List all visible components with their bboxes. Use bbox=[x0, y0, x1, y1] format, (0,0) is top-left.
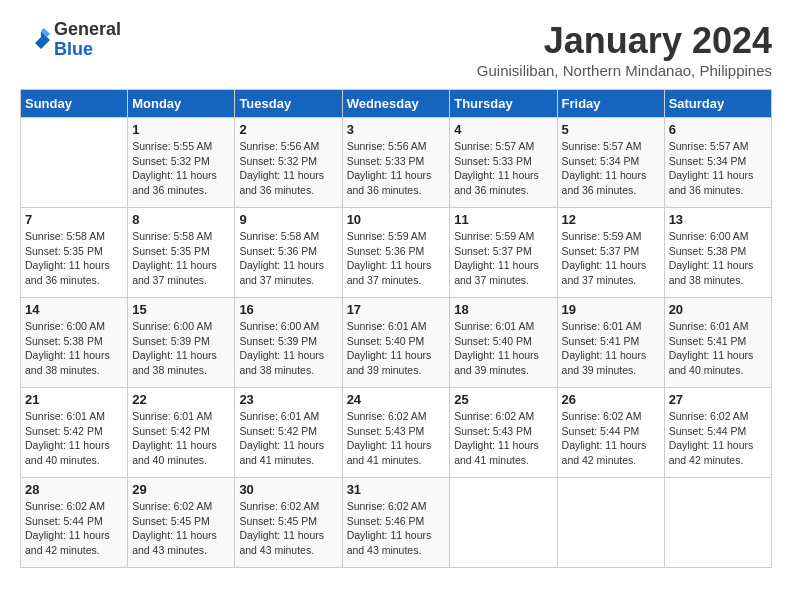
calendar-cell: 18Sunrise: 6:01 AMSunset: 5:40 PMDayligh… bbox=[450, 298, 557, 388]
calendar-cell: 24Sunrise: 6:02 AMSunset: 5:43 PMDayligh… bbox=[342, 388, 450, 478]
month-title: January 2024 bbox=[477, 20, 772, 62]
calendar-cell: 13Sunrise: 6:00 AMSunset: 5:38 PMDayligh… bbox=[664, 208, 771, 298]
day-number: 24 bbox=[347, 392, 446, 407]
day-info: Sunrise: 6:01 AMSunset: 5:40 PMDaylight:… bbox=[454, 319, 552, 378]
day-number: 14 bbox=[25, 302, 123, 317]
day-number: 11 bbox=[454, 212, 552, 227]
day-number: 9 bbox=[239, 212, 337, 227]
day-header-saturday: Saturday bbox=[664, 90, 771, 118]
day-info: Sunrise: 5:56 AMSunset: 5:33 PMDaylight:… bbox=[347, 139, 446, 198]
day-number: 5 bbox=[562, 122, 660, 137]
week-row-5: 28Sunrise: 6:02 AMSunset: 5:44 PMDayligh… bbox=[21, 478, 772, 568]
day-number: 18 bbox=[454, 302, 552, 317]
day-header-wednesday: Wednesday bbox=[342, 90, 450, 118]
calendar-cell: 21Sunrise: 6:01 AMSunset: 5:42 PMDayligh… bbox=[21, 388, 128, 478]
logo-blue-text: Blue bbox=[54, 39, 93, 59]
day-info: Sunrise: 5:59 AMSunset: 5:37 PMDaylight:… bbox=[454, 229, 552, 288]
day-info: Sunrise: 6:02 AMSunset: 5:44 PMDaylight:… bbox=[562, 409, 660, 468]
day-number: 6 bbox=[669, 122, 767, 137]
calendar-cell bbox=[450, 478, 557, 568]
calendar-cell: 30Sunrise: 6:02 AMSunset: 5:45 PMDayligh… bbox=[235, 478, 342, 568]
calendar-cell: 9Sunrise: 5:58 AMSunset: 5:36 PMDaylight… bbox=[235, 208, 342, 298]
calendar-cell: 10Sunrise: 5:59 AMSunset: 5:36 PMDayligh… bbox=[342, 208, 450, 298]
day-info: Sunrise: 6:02 AMSunset: 5:43 PMDaylight:… bbox=[347, 409, 446, 468]
day-header-monday: Monday bbox=[128, 90, 235, 118]
logo-general-text: General bbox=[54, 19, 121, 39]
day-info: Sunrise: 6:01 AMSunset: 5:42 PMDaylight:… bbox=[25, 409, 123, 468]
calendar-cell: 4Sunrise: 5:57 AMSunset: 5:33 PMDaylight… bbox=[450, 118, 557, 208]
day-number: 1 bbox=[132, 122, 230, 137]
day-number: 2 bbox=[239, 122, 337, 137]
day-number: 10 bbox=[347, 212, 446, 227]
day-number: 12 bbox=[562, 212, 660, 227]
day-number: 8 bbox=[132, 212, 230, 227]
day-info: Sunrise: 6:02 AMSunset: 5:45 PMDaylight:… bbox=[239, 499, 337, 558]
calendar-cell bbox=[21, 118, 128, 208]
day-info: Sunrise: 6:02 AMSunset: 5:46 PMDaylight:… bbox=[347, 499, 446, 558]
day-header-friday: Friday bbox=[557, 90, 664, 118]
location: Guinisiliban, Northern Mindanao, Philipp… bbox=[477, 62, 772, 79]
calendar-cell: 22Sunrise: 6:01 AMSunset: 5:42 PMDayligh… bbox=[128, 388, 235, 478]
day-number: 23 bbox=[239, 392, 337, 407]
week-row-3: 14Sunrise: 6:00 AMSunset: 5:38 PMDayligh… bbox=[21, 298, 772, 388]
day-number: 29 bbox=[132, 482, 230, 497]
calendar-cell: 31Sunrise: 6:02 AMSunset: 5:46 PMDayligh… bbox=[342, 478, 450, 568]
day-info: Sunrise: 5:58 AMSunset: 5:35 PMDaylight:… bbox=[25, 229, 123, 288]
calendar-cell: 6Sunrise: 5:57 AMSunset: 5:34 PMDaylight… bbox=[664, 118, 771, 208]
day-info: Sunrise: 6:00 AMSunset: 5:39 PMDaylight:… bbox=[132, 319, 230, 378]
calendar-cell: 23Sunrise: 6:01 AMSunset: 5:42 PMDayligh… bbox=[235, 388, 342, 478]
day-info: Sunrise: 6:00 AMSunset: 5:39 PMDaylight:… bbox=[239, 319, 337, 378]
day-header-sunday: Sunday bbox=[21, 90, 128, 118]
day-info: Sunrise: 6:01 AMSunset: 5:41 PMDaylight:… bbox=[669, 319, 767, 378]
day-number: 30 bbox=[239, 482, 337, 497]
calendar-cell: 27Sunrise: 6:02 AMSunset: 5:44 PMDayligh… bbox=[664, 388, 771, 478]
day-number: 15 bbox=[132, 302, 230, 317]
day-number: 16 bbox=[239, 302, 337, 317]
week-row-1: 1Sunrise: 5:55 AMSunset: 5:32 PMDaylight… bbox=[21, 118, 772, 208]
day-number: 4 bbox=[454, 122, 552, 137]
day-info: Sunrise: 6:01 AMSunset: 5:42 PMDaylight:… bbox=[132, 409, 230, 468]
page-header: General Blue January 2024 Guinisiliban, … bbox=[20, 20, 772, 79]
calendar-cell: 20Sunrise: 6:01 AMSunset: 5:41 PMDayligh… bbox=[664, 298, 771, 388]
day-number: 25 bbox=[454, 392, 552, 407]
logo-icon bbox=[20, 25, 50, 55]
day-number: 13 bbox=[669, 212, 767, 227]
day-info: Sunrise: 5:58 AMSunset: 5:35 PMDaylight:… bbox=[132, 229, 230, 288]
day-info: Sunrise: 5:57 AMSunset: 5:33 PMDaylight:… bbox=[454, 139, 552, 198]
day-number: 27 bbox=[669, 392, 767, 407]
day-info: Sunrise: 6:01 AMSunset: 5:42 PMDaylight:… bbox=[239, 409, 337, 468]
day-info: Sunrise: 6:00 AMSunset: 5:38 PMDaylight:… bbox=[669, 229, 767, 288]
logo: General Blue bbox=[20, 20, 121, 60]
day-info: Sunrise: 5:59 AMSunset: 5:36 PMDaylight:… bbox=[347, 229, 446, 288]
calendar-cell: 3Sunrise: 5:56 AMSunset: 5:33 PMDaylight… bbox=[342, 118, 450, 208]
week-row-2: 7Sunrise: 5:58 AMSunset: 5:35 PMDaylight… bbox=[21, 208, 772, 298]
day-number: 26 bbox=[562, 392, 660, 407]
day-number: 21 bbox=[25, 392, 123, 407]
day-number: 22 bbox=[132, 392, 230, 407]
day-info: Sunrise: 5:55 AMSunset: 5:32 PMDaylight:… bbox=[132, 139, 230, 198]
day-info: Sunrise: 5:58 AMSunset: 5:36 PMDaylight:… bbox=[239, 229, 337, 288]
day-info: Sunrise: 6:02 AMSunset: 5:44 PMDaylight:… bbox=[669, 409, 767, 468]
day-info: Sunrise: 6:02 AMSunset: 5:43 PMDaylight:… bbox=[454, 409, 552, 468]
calendar-cell: 28Sunrise: 6:02 AMSunset: 5:44 PMDayligh… bbox=[21, 478, 128, 568]
calendar-cell: 16Sunrise: 6:00 AMSunset: 5:39 PMDayligh… bbox=[235, 298, 342, 388]
day-info: Sunrise: 5:57 AMSunset: 5:34 PMDaylight:… bbox=[669, 139, 767, 198]
calendar-cell bbox=[664, 478, 771, 568]
day-number: 28 bbox=[25, 482, 123, 497]
day-info: Sunrise: 6:01 AMSunset: 5:40 PMDaylight:… bbox=[347, 319, 446, 378]
day-info: Sunrise: 5:57 AMSunset: 5:34 PMDaylight:… bbox=[562, 139, 660, 198]
calendar-cell: 14Sunrise: 6:00 AMSunset: 5:38 PMDayligh… bbox=[21, 298, 128, 388]
week-row-4: 21Sunrise: 6:01 AMSunset: 5:42 PMDayligh… bbox=[21, 388, 772, 478]
calendar-cell: 5Sunrise: 5:57 AMSunset: 5:34 PMDaylight… bbox=[557, 118, 664, 208]
day-info: Sunrise: 6:02 AMSunset: 5:45 PMDaylight:… bbox=[132, 499, 230, 558]
day-number: 7 bbox=[25, 212, 123, 227]
day-info: Sunrise: 5:56 AMSunset: 5:32 PMDaylight:… bbox=[239, 139, 337, 198]
calendar-cell: 19Sunrise: 6:01 AMSunset: 5:41 PMDayligh… bbox=[557, 298, 664, 388]
calendar-cell bbox=[557, 478, 664, 568]
day-header-row: SundayMondayTuesdayWednesdayThursdayFrid… bbox=[21, 90, 772, 118]
calendar-cell: 7Sunrise: 5:58 AMSunset: 5:35 PMDaylight… bbox=[21, 208, 128, 298]
calendar-cell: 8Sunrise: 5:58 AMSunset: 5:35 PMDaylight… bbox=[128, 208, 235, 298]
calendar-cell: 2Sunrise: 5:56 AMSunset: 5:32 PMDaylight… bbox=[235, 118, 342, 208]
calendar-cell: 17Sunrise: 6:01 AMSunset: 5:40 PMDayligh… bbox=[342, 298, 450, 388]
calendar-table: SundayMondayTuesdayWednesdayThursdayFrid… bbox=[20, 89, 772, 568]
